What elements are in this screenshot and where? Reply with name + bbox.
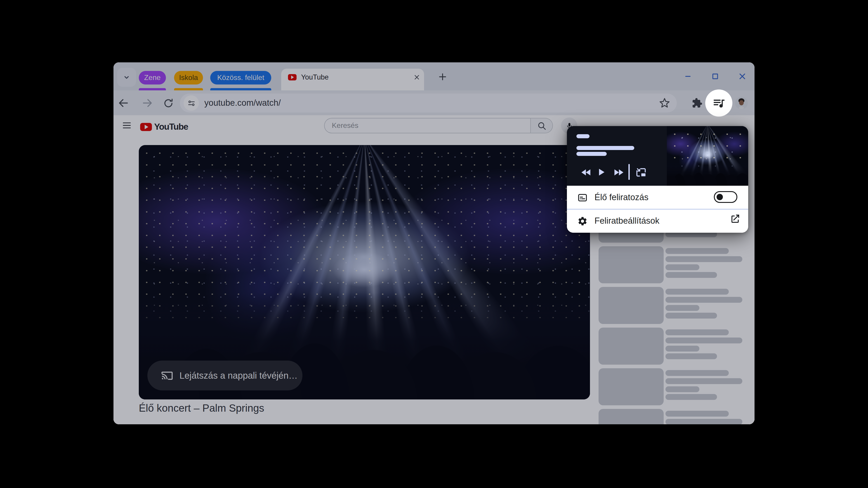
media-controls-popup: Élő feliratozás Feliratbeállítások — [567, 126, 748, 233]
controls-divider — [628, 164, 629, 180]
play-button[interactable] — [595, 166, 607, 178]
media-session-panel — [567, 126, 748, 186]
caption-settings-label: Feliratbeállítások — [594, 216, 659, 226]
next-track-button[interactable] — [613, 166, 624, 178]
live-caption-toggle[interactable] — [714, 191, 737, 203]
open-in-new-icon[interactable] — [730, 213, 741, 224]
picture-in-picture-button[interactable] — [635, 166, 647, 178]
media-artwork-thumbnail — [667, 126, 748, 186]
media-title-placeholder — [577, 134, 590, 138]
media-controls-button[interactable] — [705, 90, 733, 117]
browser-window: Zene Iskola Közöss. felület YouTube — [114, 62, 754, 424]
dim-overlay — [114, 62, 754, 424]
toggle-knob — [717, 194, 723, 200]
media-text-placeholder — [577, 146, 634, 150]
live-caption-label: Élő feliratozás — [594, 192, 649, 202]
gear-icon — [577, 216, 587, 226]
previous-track-button[interactable] — [580, 166, 592, 178]
caption-settings-row[interactable]: Feliratbeállítások — [567, 209, 748, 232]
playlist-music-icon — [712, 96, 725, 110]
media-text-placeholder — [577, 152, 607, 156]
live-caption-icon — [577, 192, 587, 202]
stage: Zene Iskola Közöss. felület YouTube — [0, 0, 868, 488]
